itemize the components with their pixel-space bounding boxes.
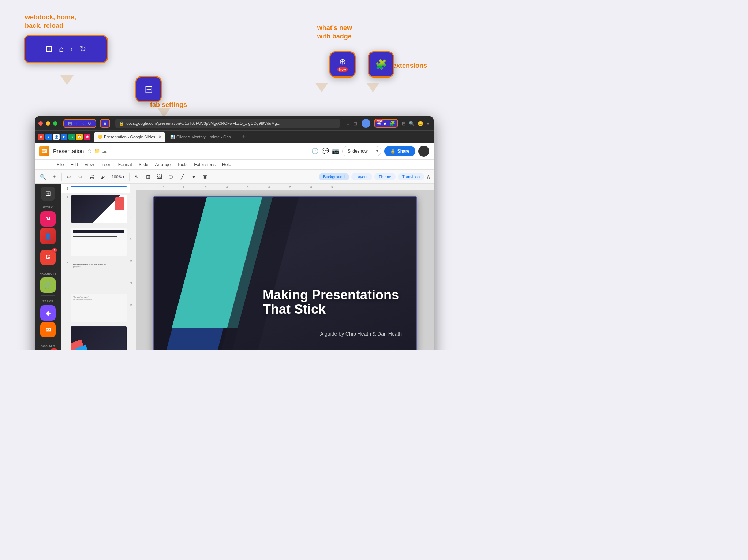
svg-rect-1 [42,150,46,151]
nav-list-icon[interactable]: ⊞ [67,121,73,126]
svg-text:2: 2 [183,186,185,189]
dock-avatar[interactable]: 👤 [40,228,56,244]
menu-file[interactable]: File [54,161,67,169]
comment-icon[interactable]: 💬 [322,148,329,154]
slide-thumb-3[interactable]: 3 [61,225,130,258]
tab-close-btn[interactable]: ✕ [158,135,161,139]
slideshow-button[interactable]: Slideshow [343,146,373,156]
slideshow-dropdown-btn[interactable]: ▾ [373,147,381,155]
zoom-dropdown[interactable]: 100%▾ [109,173,127,180]
menu-extensions[interactable]: Extensions [191,161,218,169]
redo-btn[interactable]: ↪ [75,172,86,182]
paint-format-btn[interactable]: 🖌 [98,172,108,182]
main-slide[interactable]: Making Presentations That Stick A guide … [153,196,417,350]
contacts-icon[interactable]: 👤 [53,134,60,140]
star-icon[interactable]: ☆ [87,148,92,154]
new-tab-btn[interactable]: ＋ [241,133,247,141]
dock-app-work-badge[interactable]: 34 [40,211,56,227]
url-bar[interactable]: 🔒 docs.google.com/presentation/d/1uT6cFU… [115,119,340,128]
traffic-light-red[interactable] [38,121,43,126]
whats-new-widget[interactable]: ⊕ New [329,51,356,78]
layout-chip[interactable]: Layout [351,173,372,180]
print-btn[interactable]: 🖨 [87,172,97,182]
menu-edit[interactable]: Edit [67,161,81,169]
undo-btn[interactable]: ↩ [64,172,74,182]
ext-icon-2[interactable]: ★ [383,120,388,126]
tab-settings-widget[interactable]: ⊟ [135,76,162,102]
toolbar-collapse-btn[interactable]: ∧ [426,173,431,180]
dock-app-tasks-1[interactable]: ◆ [40,305,56,321]
menu-icon[interactable]: ≡ [426,120,430,127]
nav-back-icon[interactable]: ‹ [81,121,85,126]
traffic-light-yellow[interactable] [46,121,50,126]
folder-icon[interactable]: 📁 [94,148,100,154]
user-avatar[interactable] [418,146,429,157]
dock-app-google[interactable]: G 1 [40,250,56,265]
slide-thumb-2[interactable]: 2 [61,193,130,225]
transition-chip[interactable]: Transition [398,173,424,180]
whats-new-ext-icon[interactable]: ⊕ New [377,120,381,126]
svg-text:7: 7 [289,186,291,189]
sidebar-toggle-icon[interactable]: ⊟ [401,120,407,127]
dock-grid-btn[interactable]: ⊞ [41,187,55,201]
slide-num-3: 3 [64,228,68,232]
webdock-nav-widget[interactable]: ⊞ ⌂ ‹ ↻ [24,35,108,63]
select-btn[interactable]: ⊡ [143,172,153,182]
menu-format[interactable]: Format [115,161,135,169]
nav-home-icon[interactable]: ⌂ [75,121,80,126]
maps-icon[interactable]: ◉ [84,134,90,140]
cursor-btn[interactable]: ↖ [132,172,142,182]
share-button[interactable]: 🔒 Share [384,146,415,156]
ext-puzzle-icon[interactable]: 🧩 [389,120,395,126]
history-icon[interactable]: 🕐 [311,148,319,154]
browser-tab-settings-btn[interactable]: ⊟ [100,119,110,128]
toolbar: 🔍 ＋ ↩ ↪ 🖨 🖌 100%▾ ↖ ⊡ 🖼 ⬡ ╱ ▾ ▣ Backgrou… [35,170,434,184]
gmail-icon[interactable]: G [38,134,44,140]
sheets-icon[interactable]: S [68,134,75,140]
traffic-light-green[interactable] [53,121,57,126]
slide-thumb-5[interactable]: 5 "Just 'crop' your own..." With a littl… [61,291,130,324]
slide-thumb-4[interactable]: 4 How many languages do you need to know… [61,258,130,291]
nav-reload-icon[interactable]: ↻ [86,121,93,126]
cloud-icon[interactable]: ☁ [102,148,107,154]
zoom-out-btn[interactable]: 🔍 [38,172,48,182]
tab-google-slides[interactable]: 🟡 Presentation - Google Slides ✕ [94,132,165,142]
meet-icon[interactable]: ▶ [61,134,67,140]
calendar-icon[interactable]: 📅 [76,134,83,140]
slide-thumb-1[interactable]: 1 MakingPresentationsThat Stick A guide … [61,184,130,193]
canvas-content[interactable]: Making Presentations That Stick A guide … [136,190,434,350]
menu-help[interactable]: Help [219,161,234,169]
menu-slide[interactable]: Slide [136,161,152,169]
dock-app-tasks-2[interactable]: ✉ [40,322,56,337]
theme-chip[interactable]: Theme [374,173,396,180]
slides-title: Presentation [53,148,84,154]
toolbar-right-chips: Background Layout Theme Transition ∧ [319,173,431,180]
toolbar-divider-2 [129,173,130,181]
tab-client-y[interactable]: 📊 Client Y Monthly Update - Goo... [167,132,238,142]
dock-app-shopify[interactable]: 🛒 [40,277,56,293]
textbox-btn[interactable]: ▣ [200,172,210,182]
line-btn[interactable]: ╱ [177,172,187,182]
menu-tools[interactable]: Tools [174,161,190,169]
camera-icon[interactable]: 📷 [332,148,339,154]
add-btn[interactable]: ＋ [49,172,59,182]
shape-btn[interactable]: ⬡ [166,172,176,182]
menu-view[interactable]: View [82,161,97,169]
profile-avatar[interactable] [362,119,370,128]
drive-icon[interactable]: ▲ [45,134,52,140]
background-chip[interactable]: Background [319,173,349,180]
browser-nav-controls[interactable]: ⊞ ⌂ ‹ ↻ [63,119,96,128]
editor-canvas[interactable]: 1 2 3 4 5 6 7 8 9 [130,184,434,350]
slide-thumb-6[interactable]: 6 [61,324,130,350]
menu-arrange[interactable]: Arrange [152,161,174,169]
menu-insert[interactable]: Insert [98,161,115,169]
search-icon[interactable]: 🔍 [408,120,415,127]
screenshot-icon[interactable]: ⊡ [352,120,358,127]
slide-preview-4: How many languages do you need to know t… [71,261,127,289]
extension-icons-group[interactable]: ⊕ New ★ 🧩 [374,119,398,128]
bookmark-icon[interactable]: ☆ [345,120,351,127]
line-dropdown[interactable]: ▾ [188,172,199,182]
extensions-widget[interactable]: 🧩 [368,51,394,78]
image-btn[interactable]: 🖼 [154,172,165,182]
emoji-icon[interactable]: 😊 [417,120,424,127]
